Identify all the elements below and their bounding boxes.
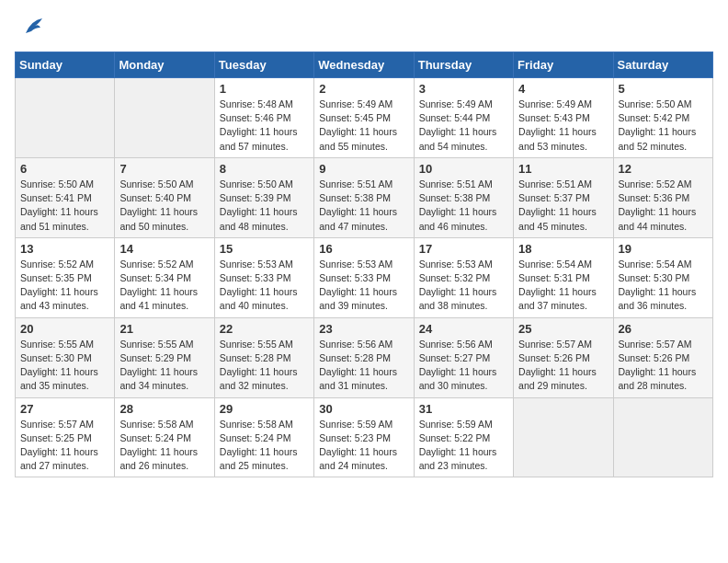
day-number: 7 <box>119 162 209 176</box>
day-info: Sunrise: 5:55 AMSunset: 5:28 PMDaylight:… <box>220 338 309 394</box>
day-cell: 14Sunrise: 5:52 AMSunset: 5:34 PMDayligh… <box>115 237 214 317</box>
day-number: 22 <box>220 322 309 336</box>
day-number: 1 <box>220 82 309 96</box>
page-header <box>15 15 713 40</box>
day-cell: 15Sunrise: 5:53 AMSunset: 5:33 PMDayligh… <box>214 237 313 317</box>
day-cell: 3Sunrise: 5:49 AMSunset: 5:44 PMDaylight… <box>414 78 513 158</box>
week-row-2: 6Sunrise: 5:50 AMSunset: 5:41 PMDaylight… <box>16 157 713 237</box>
day-cell: 23Sunrise: 5:56 AMSunset: 5:28 PMDayligh… <box>314 317 414 397</box>
day-info: Sunrise: 5:58 AMSunset: 5:24 PMDaylight:… <box>119 418 209 474</box>
day-info: Sunrise: 5:51 AMSunset: 5:38 PMDaylight:… <box>419 178 508 234</box>
day-info: Sunrise: 5:55 AMSunset: 5:30 PMDaylight:… <box>20 338 109 394</box>
day-number: 11 <box>518 162 608 176</box>
day-info: Sunrise: 5:53 AMSunset: 5:33 PMDaylight:… <box>220 258 309 314</box>
header-saturday: Saturday <box>613 52 712 78</box>
day-number: 25 <box>518 322 608 336</box>
day-info: Sunrise: 5:59 AMSunset: 5:22 PMDaylight:… <box>419 418 508 474</box>
day-info: Sunrise: 5:59 AMSunset: 5:23 PMDaylight:… <box>319 418 408 474</box>
day-cell: 25Sunrise: 5:57 AMSunset: 5:26 PMDayligh… <box>514 317 613 397</box>
day-number: 3 <box>419 82 508 96</box>
day-info: Sunrise: 5:53 AMSunset: 5:32 PMDaylight:… <box>419 258 508 314</box>
day-info: Sunrise: 5:48 AMSunset: 5:46 PMDaylight:… <box>220 98 309 154</box>
day-number: 6 <box>20 162 109 176</box>
header-monday: Monday <box>115 52 214 78</box>
day-cell: 5Sunrise: 5:50 AMSunset: 5:42 PMDaylight… <box>613 78 712 158</box>
day-cell: 4Sunrise: 5:49 AMSunset: 5:43 PMDaylight… <box>514 78 613 158</box>
header-sunday: Sunday <box>16 52 115 78</box>
day-cell: 6Sunrise: 5:50 AMSunset: 5:41 PMDaylight… <box>16 157 115 237</box>
day-number: 18 <box>518 242 608 256</box>
day-number: 20 <box>20 322 109 336</box>
header-thursday: Thursday <box>414 52 513 78</box>
day-info: Sunrise: 5:52 AMSunset: 5:35 PMDaylight:… <box>20 258 109 314</box>
day-number: 23 <box>319 322 408 336</box>
day-cell <box>613 397 712 477</box>
day-number: 16 <box>319 242 408 256</box>
day-number: 26 <box>619 322 708 336</box>
day-info: Sunrise: 5:57 AMSunset: 5:26 PMDaylight:… <box>619 338 708 394</box>
day-info: Sunrise: 5:49 AMSunset: 5:43 PMDaylight:… <box>518 98 608 154</box>
day-info: Sunrise: 5:51 AMSunset: 5:38 PMDaylight:… <box>319 178 408 234</box>
day-cell: 13Sunrise: 5:52 AMSunset: 5:35 PMDayligh… <box>16 237 115 317</box>
day-number: 15 <box>220 242 309 256</box>
day-cell: 27Sunrise: 5:57 AMSunset: 5:25 PMDayligh… <box>16 397 115 477</box>
day-info: Sunrise: 5:58 AMSunset: 5:24 PMDaylight:… <box>220 418 309 474</box>
day-number: 24 <box>419 322 508 336</box>
week-row-1: 1Sunrise: 5:48 AMSunset: 5:46 PMDaylight… <box>16 78 713 158</box>
day-number: 31 <box>419 402 508 416</box>
day-number: 30 <box>319 402 408 416</box>
day-cell: 28Sunrise: 5:58 AMSunset: 5:24 PMDayligh… <box>115 397 214 477</box>
day-cell: 8Sunrise: 5:50 AMSunset: 5:39 PMDaylight… <box>214 157 313 237</box>
day-cell: 19Sunrise: 5:54 AMSunset: 5:30 PMDayligh… <box>613 237 712 317</box>
day-info: Sunrise: 5:57 AMSunset: 5:26 PMDaylight:… <box>518 338 608 394</box>
header-wednesday: Wednesday <box>314 52 414 78</box>
header-row: SundayMondayTuesdayWednesdayThursdayFrid… <box>16 52 713 78</box>
week-row-4: 20Sunrise: 5:55 AMSunset: 5:30 PMDayligh… <box>16 317 713 397</box>
day-number: 14 <box>119 242 209 256</box>
day-number: 13 <box>20 242 109 256</box>
logo <box>15 15 44 40</box>
day-info: Sunrise: 5:49 AMSunset: 5:45 PMDaylight:… <box>319 98 408 154</box>
day-number: 17 <box>419 242 508 256</box>
day-info: Sunrise: 5:52 AMSunset: 5:34 PMDaylight:… <box>119 258 209 314</box>
day-cell: 18Sunrise: 5:54 AMSunset: 5:31 PMDayligh… <box>514 237 613 317</box>
day-cell: 22Sunrise: 5:55 AMSunset: 5:28 PMDayligh… <box>214 317 313 397</box>
day-info: Sunrise: 5:55 AMSunset: 5:29 PMDaylight:… <box>119 338 209 394</box>
day-cell: 9Sunrise: 5:51 AMSunset: 5:38 PMDaylight… <box>314 157 414 237</box>
day-number: 21 <box>119 322 209 336</box>
day-cell: 26Sunrise: 5:57 AMSunset: 5:26 PMDayligh… <box>613 317 712 397</box>
calendar-table: SundayMondayTuesdayWednesdayThursdayFrid… <box>15 52 713 477</box>
day-cell: 24Sunrise: 5:56 AMSunset: 5:27 PMDayligh… <box>414 317 513 397</box>
day-info: Sunrise: 5:56 AMSunset: 5:27 PMDaylight:… <box>419 338 508 394</box>
day-info: Sunrise: 5:50 AMSunset: 5:39 PMDaylight:… <box>220 178 309 234</box>
day-cell: 29Sunrise: 5:58 AMSunset: 5:24 PMDayligh… <box>214 397 313 477</box>
day-info: Sunrise: 5:57 AMSunset: 5:25 PMDaylight:… <box>20 418 109 474</box>
day-info: Sunrise: 5:52 AMSunset: 5:36 PMDaylight:… <box>619 178 708 234</box>
day-cell <box>16 78 115 158</box>
day-cell: 7Sunrise: 5:50 AMSunset: 5:40 PMDaylight… <box>115 157 214 237</box>
day-info: Sunrise: 5:54 AMSunset: 5:30 PMDaylight:… <box>619 258 708 314</box>
day-number: 27 <box>20 402 109 416</box>
day-number: 8 <box>220 162 309 176</box>
day-cell: 16Sunrise: 5:53 AMSunset: 5:33 PMDayligh… <box>314 237 414 317</box>
day-info: Sunrise: 5:56 AMSunset: 5:28 PMDaylight:… <box>319 338 408 394</box>
day-number: 12 <box>619 162 708 176</box>
day-info: Sunrise: 5:50 AMSunset: 5:40 PMDaylight:… <box>119 178 209 234</box>
day-info: Sunrise: 5:51 AMSunset: 5:37 PMDaylight:… <box>518 178 608 234</box>
day-info: Sunrise: 5:50 AMSunset: 5:41 PMDaylight:… <box>20 178 109 234</box>
day-number: 2 <box>319 82 408 96</box>
day-cell: 21Sunrise: 5:55 AMSunset: 5:29 PMDayligh… <box>115 317 214 397</box>
day-info: Sunrise: 5:54 AMSunset: 5:31 PMDaylight:… <box>518 258 608 314</box>
day-cell: 2Sunrise: 5:49 AMSunset: 5:45 PMDaylight… <box>314 78 414 158</box>
day-cell: 17Sunrise: 5:53 AMSunset: 5:32 PMDayligh… <box>414 237 513 317</box>
header-friday: Friday <box>514 52 613 78</box>
day-cell: 10Sunrise: 5:51 AMSunset: 5:38 PMDayligh… <box>414 157 513 237</box>
week-row-5: 27Sunrise: 5:57 AMSunset: 5:25 PMDayligh… <box>16 397 713 477</box>
day-cell <box>115 78 214 158</box>
day-number: 19 <box>619 242 708 256</box>
day-cell: 30Sunrise: 5:59 AMSunset: 5:23 PMDayligh… <box>314 397 414 477</box>
header-tuesday: Tuesday <box>214 52 313 78</box>
day-number: 9 <box>319 162 408 176</box>
day-info: Sunrise: 5:49 AMSunset: 5:44 PMDaylight:… <box>419 98 508 154</box>
day-number: 29 <box>220 402 309 416</box>
